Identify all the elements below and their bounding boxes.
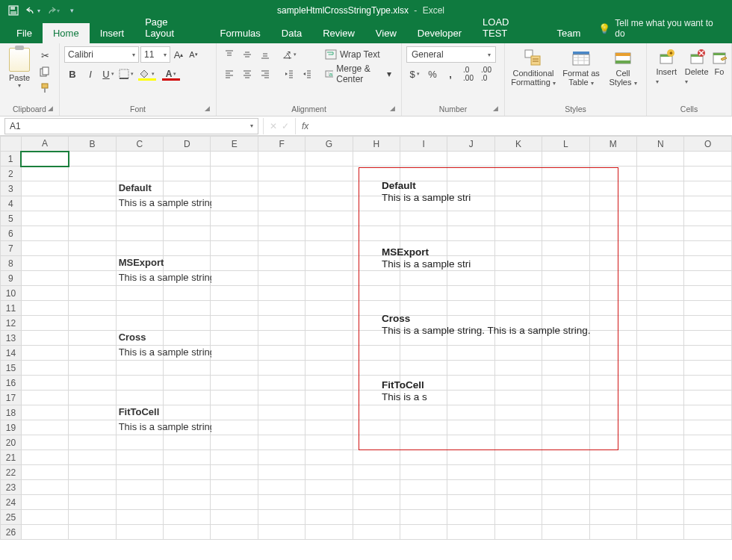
tab-developer[interactable]: Developer	[407, 23, 472, 43]
cell-B20[interactable]	[69, 435, 116, 450]
cell-H24[interactable]	[353, 495, 400, 510]
cell-O7[interactable]	[684, 241, 732, 256]
row-header-2[interactable]: 2	[1, 167, 22, 181]
cell-B26[interactable]	[69, 525, 116, 540]
clipboard-dialog-launcher[interactable]: ◢	[48, 105, 53, 112]
cell-E10[interactable]	[211, 286, 258, 301]
cell-E11[interactable]	[211, 301, 258, 316]
cell-N13[interactable]	[637, 331, 684, 346]
cell-M9[interactable]	[589, 271, 636, 286]
cell-C14[interactable]: This is a sample string.	[116, 346, 163, 361]
cell-C22[interactable]	[116, 465, 163, 480]
cell-J21[interactable]	[447, 450, 494, 465]
font-size-selector[interactable]: 11▾	[140, 46, 170, 63]
cell-F2[interactable]	[258, 167, 305, 181]
cell-L26[interactable]	[542, 525, 589, 540]
cell-M14[interactable]	[589, 346, 636, 361]
cell-M24[interactable]	[589, 495, 636, 510]
cell-L24[interactable]	[542, 495, 589, 510]
cell-A20[interactable]	[21, 435, 68, 450]
cell-E2[interactable]	[211, 167, 258, 181]
cell-O21[interactable]	[684, 450, 732, 465]
col-header-O[interactable]: O	[684, 137, 732, 152]
cell-N9[interactable]	[637, 271, 684, 286]
cell-B18[interactable]	[69, 405, 116, 420]
cell-F16[interactable]	[258, 376, 305, 391]
cell-D1[interactable]	[164, 152, 211, 167]
cell-F10[interactable]	[258, 286, 305, 301]
cell-B22[interactable]	[69, 465, 116, 480]
cell-G10[interactable]	[305, 286, 353, 301]
cell-L25[interactable]	[542, 510, 589, 525]
cell-B10[interactable]	[69, 286, 116, 301]
cell-G14[interactable]	[305, 346, 353, 361]
cell-E7[interactable]	[211, 241, 258, 256]
col-header-C[interactable]: C	[116, 137, 163, 152]
row-header-24[interactable]: 24	[1, 495, 22, 510]
cell-D11[interactable]	[164, 301, 211, 316]
cell-M2[interactable]	[589, 167, 636, 181]
col-header-N[interactable]: N	[637, 137, 684, 152]
insert-cells-button[interactable]: ✦ Insert▾	[651, 46, 681, 85]
row-header-26[interactable]: 26	[1, 525, 22, 540]
cell-E14[interactable]	[211, 346, 258, 361]
row-header-23[interactable]: 23	[1, 480, 22, 495]
row-header-15[interactable]: 15	[1, 361, 22, 376]
cell-C3[interactable]: Default	[116, 181, 163, 196]
cell-A9[interactable]	[21, 271, 68, 286]
percent-format-button[interactable]: %	[424, 66, 441, 82]
cell-M18[interactable]	[589, 405, 636, 420]
cell-B12[interactable]	[69, 316, 116, 331]
font-dialog-launcher[interactable]: ◢	[205, 105, 210, 112]
cell-G23[interactable]	[305, 480, 353, 495]
tab-insert[interactable]: Insert	[90, 23, 135, 43]
cell-B2[interactable]	[69, 167, 116, 181]
cell-C5[interactable]	[116, 211, 163, 226]
cell-A3[interactable]	[21, 181, 68, 196]
cell-A24[interactable]	[21, 495, 68, 510]
cell-B3[interactable]	[69, 181, 116, 196]
cell-M7[interactable]	[589, 241, 636, 256]
cell-F19[interactable]	[258, 420, 305, 435]
fx-icon[interactable]: fx	[296, 121, 314, 131]
cell-K1[interactable]	[494, 152, 542, 167]
cell-H22[interactable]	[353, 465, 400, 480]
cell-O14[interactable]	[684, 346, 732, 361]
row-header-7[interactable]: 7	[1, 241, 22, 256]
cell-G22[interactable]	[305, 465, 353, 480]
row-header-10[interactable]: 10	[1, 286, 22, 301]
cell-O12[interactable]	[684, 316, 732, 331]
cell-N19[interactable]	[637, 420, 684, 435]
paste-button[interactable]: Paste ▾	[4, 46, 34, 89]
cell-O13[interactable]	[684, 331, 732, 346]
cell-N10[interactable]	[637, 286, 684, 301]
cell-E15[interactable]	[211, 361, 258, 376]
cell-N20[interactable]	[637, 435, 684, 450]
cell-C9[interactable]: This is a sample string.	[116, 271, 163, 286]
cell-N17[interactable]	[637, 391, 684, 405]
increase-indent-button[interactable]	[299, 66, 315, 82]
cell-F4[interactable]	[258, 196, 305, 211]
cell-A13[interactable]	[21, 331, 68, 346]
cell-J25[interactable]	[447, 510, 494, 525]
cell-F5[interactable]	[258, 211, 305, 226]
row-header-21[interactable]: 21	[1, 450, 22, 465]
cell-E12[interactable]	[211, 316, 258, 331]
cell-F11[interactable]	[258, 301, 305, 316]
tab-page-layout[interactable]: Page Layout	[134, 12, 209, 43]
cell-E5[interactable]	[211, 211, 258, 226]
cell-N16[interactable]	[637, 376, 684, 391]
cell-O20[interactable]	[684, 435, 732, 450]
cell-I24[interactable]	[400, 495, 447, 510]
row-header-17[interactable]: 17	[1, 391, 22, 405]
bold-button[interactable]: B	[64, 66, 81, 82]
cell-C16[interactable]	[116, 376, 163, 391]
cell-E6[interactable]	[211, 226, 258, 241]
font-color-button[interactable]: A▾	[160, 66, 182, 82]
cell-I25[interactable]	[400, 510, 447, 525]
cell-M26[interactable]	[589, 525, 636, 540]
cell-O2[interactable]	[684, 167, 732, 181]
cell-F6[interactable]	[258, 226, 305, 241]
cell-H23[interactable]	[353, 480, 400, 495]
cell-G24[interactable]	[305, 495, 353, 510]
